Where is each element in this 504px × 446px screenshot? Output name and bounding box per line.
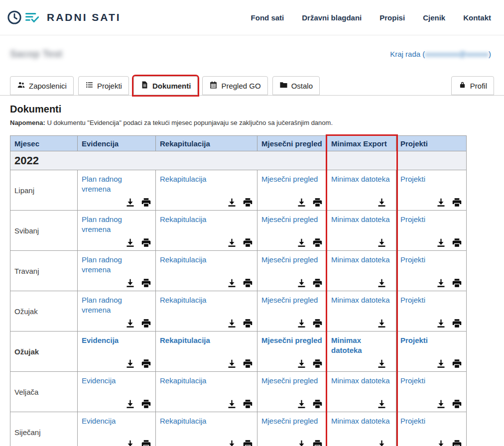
download-icon[interactable]	[296, 197, 307, 208]
projekti-link[interactable]: Projekti	[396, 291, 429, 305]
download-icon[interactable]	[125, 439, 135, 446]
projekti-link[interactable]: Projekti	[396, 332, 432, 345]
logo[interactable]: RADNI SATI	[7, 10, 121, 25]
minimax-link[interactable]: Minimax datoteka	[327, 170, 394, 184]
print-icon[interactable]	[312, 399, 323, 409]
download-icon[interactable]	[296, 318, 307, 329]
mjesecni-pregled-link[interactable]: Mjesečni pregled	[257, 332, 326, 345]
mjesecni-pregled-link[interactable]: Mjesečni pregled	[257, 170, 322, 184]
projekti-link[interactable]: Projekti	[396, 211, 429, 224]
print-icon[interactable]	[452, 439, 462, 446]
print-icon[interactable]	[312, 237, 323, 248]
download-icon[interactable]	[436, 399, 446, 409]
download-icon[interactable]	[227, 358, 237, 369]
tab-ostalo[interactable]: Ostalo	[272, 76, 320, 95]
rekapitulacija-link[interactable]: Rekapitulacija	[156, 251, 210, 265]
mjesecni-pregled-link[interactable]: Mjesečni pregled	[257, 412, 322, 426]
print-icon[interactable]	[243, 237, 253, 248]
download-icon[interactable]	[227, 318, 237, 329]
nav-cjenik[interactable]: Cjenik	[423, 13, 445, 22]
download-icon[interactable]	[227, 237, 237, 248]
print-icon[interactable]	[243, 278, 253, 288]
minimax-link[interactable]: Minimax datoteka	[327, 412, 394, 426]
print-icon[interactable]	[452, 278, 462, 288]
print-icon[interactable]	[243, 197, 253, 208]
tab-dokumenti[interactable]: Dokumenti	[133, 76, 198, 95]
print-icon[interactable]	[141, 318, 151, 329]
download-icon[interactable]	[436, 237, 446, 248]
print-icon[interactable]	[452, 197, 462, 208]
print-icon[interactable]	[141, 278, 151, 288]
rekapitulacija-link[interactable]: Rekapitulacija	[156, 372, 210, 386]
print-icon[interactable]	[452, 237, 462, 248]
download-icon[interactable]	[125, 358, 135, 369]
download-icon[interactable]	[296, 237, 307, 248]
print-icon[interactable]	[243, 399, 253, 409]
print-icon[interactable]	[452, 318, 462, 329]
download-icon[interactable]	[125, 197, 135, 208]
rekapitulacija-link[interactable]: Rekapitulacija	[156, 332, 214, 345]
download-icon[interactable]	[436, 197, 446, 208]
print-icon[interactable]	[141, 358, 151, 369]
tab-pregled-go[interactable]: Pregled GO	[202, 76, 267, 95]
download-icon[interactable]	[377, 399, 387, 409]
download-icon[interactable]	[296, 358, 307, 369]
mjesecni-pregled-link[interactable]: Mjesečni pregled	[257, 372, 322, 386]
rekapitulacija-link[interactable]: Rekapitulacija	[156, 291, 210, 305]
download-icon[interactable]	[227, 278, 237, 288]
minimax-link[interactable]: Minimax datoteka	[327, 211, 394, 224]
evidencija-link[interactable]: Evidencija	[78, 412, 120, 426]
download-icon[interactable]	[125, 237, 135, 248]
projekti-link[interactable]: Projekti	[396, 412, 429, 426]
download-icon[interactable]	[377, 439, 387, 446]
print-icon[interactable]	[141, 237, 151, 248]
print-icon[interactable]	[312, 358, 323, 369]
print-icon[interactable]	[243, 318, 253, 329]
tab-zaposlenici[interactable]: Zaposlenici	[10, 76, 74, 95]
download-icon[interactable]	[377, 358, 387, 369]
download-icon[interactable]	[296, 439, 307, 446]
tab-profil[interactable]: Profil	[451, 76, 494, 95]
print-icon[interactable]	[243, 439, 253, 446]
mjesecni-pregled-link[interactable]: Mjesečni pregled	[257, 291, 322, 305]
rekapitulacija-link[interactable]: Rekapitulacija	[156, 211, 210, 224]
nav-kontakt[interactable]: Kontakt	[463, 13, 491, 22]
minimax-link[interactable]: Minimax datoteka	[327, 372, 394, 386]
download-icon[interactable]	[227, 399, 237, 409]
evidencija-link[interactable]: Plan radnog vremena	[78, 170, 155, 194]
download-icon[interactable]	[436, 439, 446, 446]
evidencija-link[interactable]: Plan radnog vremena	[78, 251, 155, 274]
download-icon[interactable]	[436, 278, 446, 288]
download-icon[interactable]	[227, 197, 237, 208]
nav-propisi[interactable]: Propisi	[379, 13, 405, 22]
download-icon[interactable]	[125, 399, 135, 409]
download-icon[interactable]	[377, 237, 387, 248]
projekti-link[interactable]: Projekti	[396, 251, 429, 265]
print-icon[interactable]	[312, 278, 323, 288]
evidencija-link[interactable]: Evidencija	[78, 372, 120, 386]
download-icon[interactable]	[125, 318, 135, 329]
tab-projekti[interactable]: Projekti	[78, 76, 129, 95]
print-icon[interactable]	[141, 439, 151, 446]
mjesecni-pregled-link[interactable]: Mjesečni pregled	[257, 211, 322, 224]
minimax-link[interactable]: Minimax datoteka	[327, 291, 394, 305]
download-icon[interactable]	[296, 399, 307, 409]
minimax-link[interactable]: Minimax datoteka	[327, 332, 396, 355]
download-icon[interactable]	[296, 278, 307, 288]
download-icon[interactable]	[436, 318, 446, 329]
rekapitulacija-link[interactable]: Rekapitulacija	[156, 412, 210, 426]
download-icon[interactable]	[377, 197, 387, 208]
print-icon[interactable]	[312, 197, 323, 208]
download-icon[interactable]	[377, 318, 387, 329]
mjesecni-pregled-link[interactable]: Mjesečni pregled	[257, 251, 322, 265]
logout-link[interactable]: Kraj rada (xxxxxxxxx@xxxxxx)	[390, 50, 491, 58]
rekapitulacija-link[interactable]: Rekapitulacija	[156, 170, 210, 184]
print-icon[interactable]	[243, 358, 253, 369]
nav-fond-sati[interactable]: Fond sati	[251, 13, 284, 22]
print-icon[interactable]	[452, 358, 462, 369]
evidencija-link[interactable]: Plan radnog vremena	[78, 211, 155, 234]
download-icon[interactable]	[436, 358, 446, 369]
evidencija-link[interactable]: Evidencija	[78, 332, 123, 345]
minimax-link[interactable]: Minimax datoteka	[327, 251, 394, 265]
nav-drzavni-blagdani[interactable]: Državni blagdani	[302, 13, 362, 22]
